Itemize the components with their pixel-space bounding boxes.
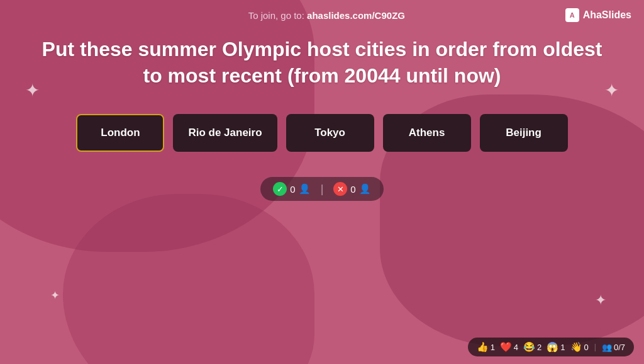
city-button-athens[interactable]: Athens	[383, 114, 471, 152]
correct-count: 0	[290, 184, 295, 195]
logo-text: AhaSlides	[583, 9, 631, 21]
cities-row: London Rio de Janeiro Tokyo Athens Beiji…	[76, 114, 567, 152]
city-button-london[interactable]: London	[76, 114, 164, 152]
correct-icon: ✓	[273, 182, 287, 196]
person-icon-wrong: 👤	[359, 183, 371, 195]
city-button-tokyo[interactable]: Tokyo	[286, 114, 374, 152]
city-button-rio[interactable]: Rio de Janeiro	[173, 114, 277, 152]
wrong-count: 0	[350, 184, 355, 195]
stats-row: ✓ 0 👤 | ✕ 0 👤	[260, 177, 383, 201]
join-prefix: To join, go to:	[248, 10, 307, 21]
join-info: To join, go to: ahaslides.com/C90ZG	[88, 10, 565, 21]
logo-icon: A	[565, 8, 579, 22]
city-button-beijing[interactable]: Beijing	[480, 114, 568, 152]
header: To join, go to: ahaslides.com/C90ZG A Ah…	[0, 0, 644, 30]
question-title: Put these summer Olympic host cities in …	[38, 37, 606, 89]
wrong-icon: ✕	[333, 182, 347, 196]
join-url: ahaslides.com/C90ZG	[307, 10, 405, 21]
ahaslides-logo: A AhaSlides	[565, 8, 631, 22]
main-content: Put these summer Olympic host cities in …	[0, 30, 644, 364]
person-icon-correct: 👤	[299, 183, 311, 195]
correct-stat: ✓ 0 👤	[273, 182, 310, 196]
wrong-stat: ✕ 0 👤	[333, 182, 370, 196]
stat-divider: |	[321, 183, 324, 196]
